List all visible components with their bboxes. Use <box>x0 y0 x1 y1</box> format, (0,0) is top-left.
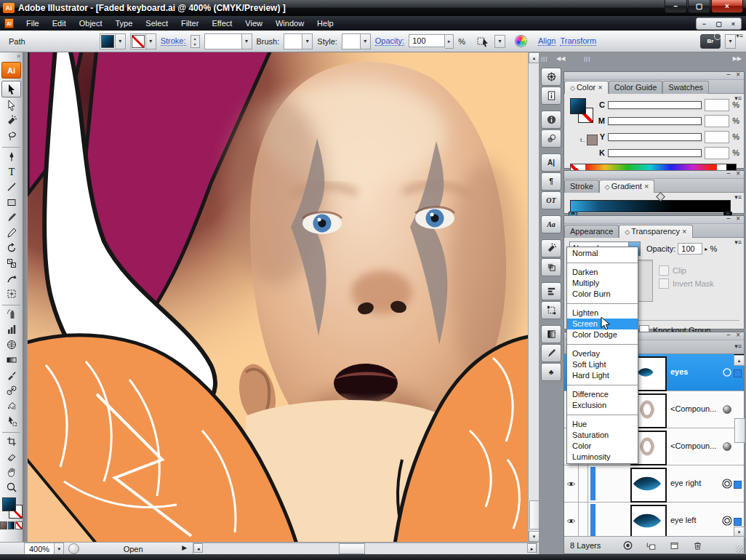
style-combo[interactable]: ▾ <box>342 33 371 49</box>
tool-paintbrush[interactable] <box>2 209 20 225</box>
dock-expand-icon[interactable]: ▶▶ <box>733 55 742 62</box>
visibility-eye-icon[interactable] <box>564 465 579 502</box>
last-color-indicator[interactable]: t.. <box>580 135 598 145</box>
tool-column-graph[interactable] <box>2 321 20 337</box>
channel-slider[interactable] <box>608 149 702 157</box>
dock-icon-attributes[interactable] <box>541 129 561 148</box>
transparency-panel-menu-icon[interactable]: ▾≡ <box>734 240 742 245</box>
stroke-link[interactable]: Stroke: <box>161 36 186 46</box>
transform-link[interactable]: Transform <box>560 36 596 46</box>
dock-icon-opentype[interactable]: OT <box>541 191 561 209</box>
dock-handle-2[interactable]: ||| <box>584 55 590 62</box>
close-button[interactable]: × <box>711 0 743 13</box>
restore-button[interactable]: ▢ <box>688 0 710 13</box>
fill-proxy-swatch[interactable] <box>2 497 16 511</box>
dock-icon-document-info[interactable] <box>541 87 561 105</box>
color-mode-none[interactable] <box>15 521 23 529</box>
dock-drag-handle[interactable]: ||| <box>541 55 548 62</box>
tool-symbol-sprayer[interactable] <box>2 306 20 321</box>
dock-icon-transform[interactable] <box>541 301 561 319</box>
stroke-dropdown-arrow[interactable]: ▾ <box>145 34 156 49</box>
blend-option-color-dodge[interactable]: Color Dodge <box>567 329 638 340</box>
target-ring-icon[interactable] <box>722 367 732 377</box>
blend-option-exclusion[interactable]: Exclusion <box>567 400 638 411</box>
opacity-field[interactable]: 100 <box>409 34 445 47</box>
fill-color-combo[interactable]: ▾ <box>100 33 126 49</box>
blend-option-darken[interactable]: Darken <box>567 267 638 278</box>
fill-stroke-proxy[interactable] <box>1 497 22 519</box>
blend-option-overlay[interactable]: Overlay <box>567 348 638 359</box>
canvas-horizontal-scrollbar[interactable]: ◂ ▸ <box>193 543 537 555</box>
dock-collapse-icon[interactable]: ◀◀ <box>556 55 565 62</box>
brush-arrow[interactable]: ▾ <box>302 34 312 49</box>
color-mode-color[interactable] <box>0 521 7 529</box>
scroll-down-arrow[interactable]: ▾ <box>529 531 540 542</box>
dock-icon-magic-wand-panel[interactable] <box>541 239 561 257</box>
document-icon[interactable]: Ai <box>4 18 14 28</box>
document-canvas[interactable] <box>23 52 528 542</box>
menu-effect[interactable]: Effect <box>205 16 238 31</box>
scroll-up-arrow[interactable]: ▴ <box>529 52 540 63</box>
tool-blend[interactable] <box>2 383 20 398</box>
tool-gradient[interactable] <box>2 352 20 367</box>
opacity-link[interactable]: Opacity: <box>375 36 404 46</box>
layer-name[interactable]: <Compoun... <box>670 441 716 450</box>
tab-swatches[interactable]: Swatches <box>662 81 709 94</box>
layer-name[interactable]: <Compoun... <box>670 404 716 413</box>
blend-mode-dropdown[interactable]: NormalDarkenMultiplyColor BurnLightenScr… <box>566 247 638 464</box>
layers-resize-grip[interactable] <box>736 545 743 553</box>
bridge-button[interactable]: Br <box>700 34 721 49</box>
stroke-weight-arrow[interactable]: ▾ <box>241 34 252 49</box>
stroke-weight-stepper[interactable]: ▴▾ <box>190 35 200 48</box>
blend-option-hue[interactable]: Hue <box>567 419 638 430</box>
target-meatball-icon[interactable] <box>722 404 732 415</box>
dock-icon-align[interactable] <box>541 282 561 300</box>
channel-value-field[interactable] <box>705 99 729 111</box>
delete-layer-icon[interactable] <box>692 540 703 551</box>
toolbar-expand-icon[interactable]: » <box>0 52 23 61</box>
blend-option-soft-light[interactable]: Soft Light <box>567 359 638 370</box>
dock-icon-brushes[interactable] <box>541 344 561 362</box>
panel-minimize-icon[interactable]: − <box>726 215 731 223</box>
tool-lasso[interactable] <box>2 128 20 143</box>
select-similar-icon[interactable] <box>477 36 490 47</box>
menu-filter[interactable]: Filter <box>175 16 205 31</box>
target-rings-icon[interactable] <box>722 516 732 526</box>
tool-direct-selection[interactable] <box>2 97 20 113</box>
layers-scroll-up[interactable]: ▴ <box>734 355 745 366</box>
tool-mesh[interactable] <box>2 337 20 352</box>
zoom-level-combo[interactable]: 400% ▾ <box>24 543 64 555</box>
target-meatball-icon[interactable] <box>722 441 732 452</box>
layer-name[interactable]: eye right <box>670 479 701 487</box>
target-rings-icon[interactable] <box>722 479 732 489</box>
style-arrow[interactable]: ▾ <box>360 34 370 49</box>
control-bar-menu-icon[interactable]: ▾≡ <box>736 32 743 39</box>
dock-icon-info[interactable] <box>541 111 561 129</box>
bridge-arrow[interactable]: ▾ <box>725 34 736 49</box>
stroke-swatch[interactable] <box>132 35 145 48</box>
clip-checkbox[interactable] <box>659 265 669 276</box>
lock-column[interactable] <box>578 503 588 537</box>
menu-help[interactable]: Help <box>310 16 340 31</box>
blend-option-saturation[interactable]: Saturation <box>567 430 638 441</box>
tool-rotate[interactable] <box>2 240 20 255</box>
tool-eraser[interactable] <box>2 449 20 464</box>
blend-option-difference[interactable]: Difference <box>567 389 638 400</box>
tool-type[interactable] <box>2 164 20 179</box>
tool-hand[interactable] <box>2 464 20 479</box>
stroke-weight-combo[interactable]: ▾ <box>204 33 252 49</box>
scroll-right-arrow[interactable]: ▸ <box>527 543 537 553</box>
tab-color[interactable]: ◇Color× <box>564 81 609 94</box>
channel-value-field[interactable] <box>705 115 729 127</box>
panel-close-icon[interactable]: × <box>736 169 740 177</box>
tool-zoom[interactable] <box>2 479 20 495</box>
blend-option-hard-light[interactable]: Hard Light <box>567 370 638 381</box>
tool-selection[interactable] <box>1 81 21 97</box>
brush-combo[interactable]: ▾ <box>284 33 313 49</box>
tab-transparency[interactable]: ◇Transparency× <box>619 225 692 238</box>
zoom-dropdown-arrow[interactable]: ▾ <box>54 543 63 554</box>
layer-thumbnail[interactable] <box>630 468 667 503</box>
tab-appearance[interactable]: Appearance <box>564 225 619 238</box>
channel-value-field[interactable] <box>705 131 729 143</box>
gradient-ramp[interactable] <box>570 200 731 212</box>
